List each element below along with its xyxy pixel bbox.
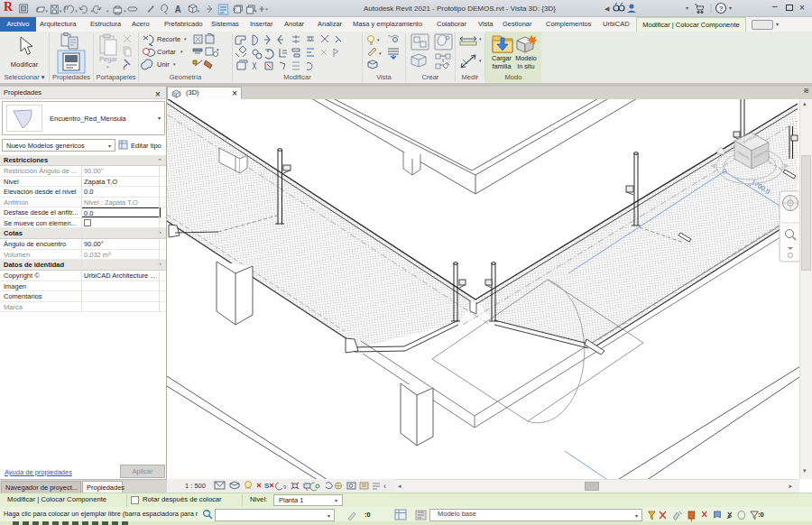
svg-text:▾: ▾ bbox=[60, 9, 62, 14]
svg-text:▾: ▾ bbox=[75, 9, 78, 14]
svg-text:▾: ▾ bbox=[217, 47, 219, 52]
svg-text:Unir: Unir bbox=[157, 60, 170, 69]
svg-text:▾: ▾ bbox=[254, 9, 257, 14]
svg-text:▾: ▾ bbox=[379, 51, 382, 56]
svg-text:▾: ▾ bbox=[124, 9, 126, 14]
svg-text:Modificar: Modificar bbox=[11, 60, 39, 69]
svg-text:▾: ▾ bbox=[198, 9, 200, 14]
svg-text:familia: familia bbox=[493, 62, 512, 70]
svg-text:Pegar: Pegar bbox=[99, 55, 118, 63]
svg-text:in situ: in situ bbox=[518, 62, 535, 70]
svg-text:▾: ▾ bbox=[173, 61, 176, 67]
svg-text:Cargar: Cargar bbox=[492, 54, 512, 62]
svg-text:▾: ▾ bbox=[377, 37, 380, 42]
svg-text:Modelo: Modelo bbox=[515, 54, 537, 62]
svg-text:A: A bbox=[175, 4, 181, 14]
svg-text:?: ? bbox=[719, 5, 724, 13]
svg-text:▾: ▾ bbox=[686, 5, 688, 11]
svg-text:▾: ▾ bbox=[479, 36, 482, 41]
svg-text:▾: ▾ bbox=[479, 58, 482, 63]
svg-text:▾: ▾ bbox=[45, 9, 48, 14]
svg-text:S: S bbox=[264, 482, 270, 490]
svg-text:Cortar: Cortar bbox=[157, 48, 176, 56]
svg-text:◀: ◀ bbox=[604, 5, 610, 12]
svg-text:▾: ▾ bbox=[106, 9, 109, 14]
svg-text:▾: ▾ bbox=[265, 7, 268, 12]
svg-text:▾: ▾ bbox=[180, 49, 183, 54]
svg-text:‹: ‹ bbox=[383, 482, 386, 491]
svg-text:Recorte: Recorte bbox=[157, 35, 180, 43]
svg-text:▾: ▾ bbox=[184, 36, 187, 41]
svg-text:▾: ▾ bbox=[106, 64, 109, 69]
svg-text:▾: ▾ bbox=[729, 5, 732, 11]
svg-text:9: 9 bbox=[283, 484, 287, 490]
